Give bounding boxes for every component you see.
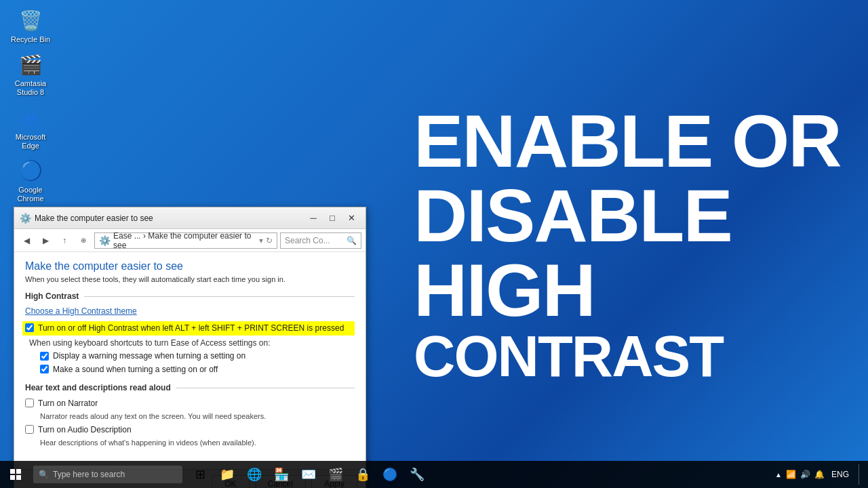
start-button[interactable] bbox=[0, 461, 31, 488]
tray-sound-icon: 🔊 bbox=[800, 470, 810, 479]
toggle-high-contrast-row: Turn on or off High Contrast when left A… bbox=[22, 321, 355, 336]
taskbar-pinned-icons: ⊞ 📁 🌐 🏪 ✉️ 🎬 🔒 🔵 🔧 bbox=[188, 462, 429, 487]
edge-label: Microsoft Edge bbox=[7, 133, 54, 150]
refresh-icon2[interactable]: ↻ bbox=[266, 236, 273, 245]
minimize-button[interactable]: ─ bbox=[304, 211, 322, 225]
display-warning-label: Display a warning message when turning a… bbox=[53, 350, 245, 362]
tray-lang: ENG bbox=[831, 470, 849, 479]
address-bar: ◀ ▶ ↑ ⊕ ⚙️ Ease ... › Make the computer … bbox=[14, 229, 366, 252]
toggle-high-contrast-label: Turn on or off High Contrast when left A… bbox=[38, 323, 344, 334]
title-bar: ⚙️ Make the computer easier to see ─ □ ✕ bbox=[14, 207, 366, 229]
toggle-high-contrast-checkbox[interactable] bbox=[25, 323, 34, 332]
task-view-icon[interactable]: ⊞ bbox=[188, 462, 212, 487]
turn-on-audio-label: Turn on Audio Description bbox=[38, 424, 132, 436]
desktop-icons: 🗑️ Recycle Bin 🎬 Camtasia Studio 8 e Mic… bbox=[7, 7, 54, 203]
display-warning-row: Display a warning message when turning a… bbox=[40, 350, 355, 362]
camtasia-icon[interactable]: 🎬 Camtasia Studio 8 bbox=[7, 51, 54, 97]
narrator-description: Narrator reads aloud any text on the scr… bbox=[40, 412, 355, 420]
tray-notification-icon: 🔔 bbox=[814, 470, 825, 479]
breadcrumb-text: Ease ... › Make the computer easier to s… bbox=[113, 231, 256, 250]
taskbar-tray: ▲ 📶 🔊 🔔 ENG bbox=[775, 464, 868, 485]
maximize-button[interactable]: □ bbox=[323, 211, 341, 225]
start-icon bbox=[10, 469, 21, 480]
browser-icon[interactable]: 🌐 bbox=[242, 462, 267, 487]
dialog-window: ⚙️ Make the computer easier to see ─ □ ✕… bbox=[14, 207, 366, 488]
dialog-content: Make the computer easier to see When you… bbox=[14, 252, 366, 469]
choose-theme-link[interactable]: Choose a High Contrast theme bbox=[25, 306, 355, 316]
refresh-icon: ⊕ bbox=[75, 233, 92, 248]
overlay-line-3: HIGH bbox=[414, 253, 848, 327]
search-text: Search Co... bbox=[285, 236, 330, 245]
dialog-icon: ⚙️ bbox=[20, 213, 31, 224]
title-bar-buttons: ─ □ ✕ bbox=[304, 211, 360, 225]
turn-on-audio-checkbox[interactable] bbox=[25, 425, 34, 434]
turn-on-narrator-checkbox[interactable] bbox=[25, 399, 34, 407]
overlay-text: ENABLE OR DISABLE HIGH CONTRAST bbox=[393, 0, 868, 488]
dialog-title: Make the computer easier to see bbox=[35, 214, 304, 223]
make-sound-checkbox[interactable] bbox=[40, 365, 49, 373]
security-icon[interactable]: 🔒 bbox=[351, 462, 375, 487]
taskbar: 🔍 Type here to search ⊞ 📁 🌐 🏪 ✉️ 🎬 🔒 🔵 🔧… bbox=[0, 461, 868, 488]
camtasia-label: Camtasia Studio 8 bbox=[7, 79, 54, 97]
overlay-line-2: DISABLE bbox=[414, 178, 848, 253]
chrome-label: Google Chrome bbox=[7, 186, 54, 203]
close-button[interactable]: ✕ bbox=[342, 211, 360, 225]
search-placeholder: Type here to search bbox=[53, 470, 125, 479]
address-icon: ⚙️ bbox=[99, 235, 111, 246]
turn-on-narrator-label: Turn on Narrator bbox=[38, 398, 98, 409]
edge-icon[interactable]: e Microsoft Edge bbox=[7, 104, 54, 150]
content-title: Make the computer easier to see bbox=[25, 260, 355, 272]
chrome-icon[interactable]: 🔵 Google Chrome bbox=[7, 157, 54, 203]
overlay-line-1: ENABLE OR bbox=[414, 104, 848, 178]
make-sound-label: Make a sound when turning a setting on o… bbox=[53, 364, 218, 375]
store-icon[interactable]: 🏪 bbox=[269, 462, 294, 487]
back-button[interactable]: ◀ bbox=[18, 233, 35, 248]
taskbar-search[interactable]: 🔍 Type here to search bbox=[33, 466, 182, 483]
search-box[interactable]: Search Co... 🔍 bbox=[280, 232, 361, 249]
display-warning-checkbox[interactable] bbox=[40, 352, 49, 361]
search-icon: 🔍 bbox=[39, 470, 49, 479]
content-subtitle: When you select these tools, they will a… bbox=[25, 275, 355, 283]
camtasia-taskbar-icon[interactable]: 🎬 bbox=[323, 462, 348, 487]
narrator-header: Hear text and descriptions read aloud bbox=[25, 383, 355, 392]
make-sound-row: Make a sound when turning a setting on o… bbox=[40, 364, 355, 375]
turn-on-audio-row: Turn on Audio Description bbox=[25, 424, 355, 436]
address-box[interactable]: ⚙️ Ease ... › Make the computer easier t… bbox=[94, 232, 277, 249]
tray-chevron[interactable]: ▲ bbox=[775, 471, 782, 479]
desktop: 🗑️ Recycle Bin 🎬 Camtasia Studio 8 e Mic… bbox=[0, 0, 868, 488]
keyboard-shortcuts-label: When using keyboard shortcuts to turn Ea… bbox=[29, 338, 355, 348]
turn-on-narrator-row: Turn on Narrator bbox=[25, 398, 355, 409]
high-contrast-header: High Contrast bbox=[25, 291, 355, 301]
dropdown-icon: ▾ bbox=[259, 236, 263, 245]
show-desktop-button[interactable] bbox=[859, 464, 863, 485]
tool-icon[interactable]: 🔧 bbox=[405, 462, 429, 487]
recycle-bin-icon[interactable]: 🗑️ Recycle Bin bbox=[7, 7, 54, 44]
overlay-line-4: CONTRAST bbox=[414, 327, 848, 385]
up-button[interactable]: ↑ bbox=[56, 233, 73, 248]
forward-button[interactable]: ▶ bbox=[37, 233, 54, 248]
sub-checkboxes: Display a warning message when turning a… bbox=[40, 350, 355, 375]
file-explorer-icon[interactable]: 📁 bbox=[215, 462, 239, 487]
recycle-bin-label: Recycle Bin bbox=[11, 35, 50, 44]
audio-description: Hear descriptions of what's happening in… bbox=[40, 439, 355, 447]
tray-network-icon: 📶 bbox=[786, 470, 796, 479]
mail-icon[interactable]: ✉️ bbox=[296, 462, 321, 487]
chrome-taskbar-icon[interactable]: 🔵 bbox=[378, 462, 402, 487]
search-icon: 🔍 bbox=[347, 236, 357, 245]
